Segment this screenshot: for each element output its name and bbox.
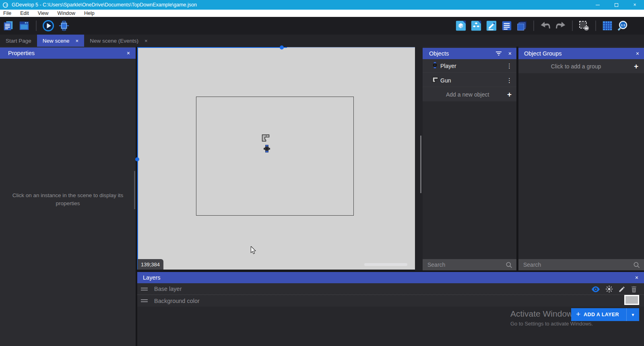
tabbar: Start Page New scene × New scene (Events… xyxy=(0,35,644,47)
drag-handle-icon[interactable] xyxy=(141,288,148,290)
menu-window[interactable]: Window xyxy=(58,10,75,16)
object-groups-panel: Object Groups × Click to add a group + xyxy=(518,47,644,270)
scene-window-icon[interactable] xyxy=(18,20,30,32)
selection-handle-left[interactable] xyxy=(135,157,139,161)
canvas-vertical-scrollbar-track xyxy=(415,47,423,270)
groups-search-input[interactable] xyxy=(518,259,633,270)
layer-name: Base layer xyxy=(154,286,182,292)
toolbar-separator xyxy=(595,21,596,31)
close-icon[interactable]: × xyxy=(508,50,512,57)
instances-list-icon[interactable] xyxy=(501,20,513,32)
objects-panel-icon[interactable] xyxy=(455,20,467,32)
add-group-label: Click to add a group xyxy=(551,63,601,70)
layer-visibility-icon[interactable] xyxy=(591,286,600,292)
layer-effects-icon[interactable] xyxy=(605,285,613,293)
search-icon xyxy=(633,262,640,268)
layer-name: Background color xyxy=(154,298,200,304)
game-window-rectangle xyxy=(196,97,354,216)
zoom-1-1-icon[interactable]: 1:1 xyxy=(617,20,629,32)
filter-icon[interactable] xyxy=(495,51,502,56)
chevron-down-icon: ▼ xyxy=(631,313,635,317)
gun-object-icon xyxy=(432,77,438,84)
object-row-player[interactable]: Player ⋮ xyxy=(423,59,516,73)
zoom-label: 1:1 xyxy=(621,23,625,27)
tab-new-scene[interactable]: New scene × xyxy=(37,35,84,47)
layer-row-background-color[interactable]: Background color xyxy=(137,295,644,307)
add-object-button[interactable]: Add a new object + xyxy=(423,88,516,101)
properties-panel: Properties × Click on an instance in the… xyxy=(0,47,136,346)
menu-view[interactable]: View xyxy=(38,10,49,16)
cursor-coordinates-badge: 139;384 xyxy=(138,259,163,270)
tab-start-page[interactable]: Start Page xyxy=(0,35,37,47)
canvas-horizontal-scrollbar[interactable] xyxy=(364,263,407,266)
canvas-vertical-scrollbar[interactable] xyxy=(420,136,421,193)
window-title: GDevelop 5 - C:\Users\Sparkle\OneDrive\D… xyxy=(12,2,197,8)
close-icon[interactable]: × xyxy=(636,50,639,57)
toolbar-separator xyxy=(533,21,534,31)
tab-label: New scene (Events) xyxy=(90,38,138,44)
object-name: Gun xyxy=(440,77,451,84)
layers-panel-icon[interactable] xyxy=(516,20,528,32)
mouse-cursor xyxy=(250,246,256,256)
selection-handle-top[interactable] xyxy=(280,45,284,49)
layer-row-base[interactable]: Base layer xyxy=(137,283,644,295)
search-icon xyxy=(506,262,512,268)
minimize-icon xyxy=(596,5,600,5)
object-row-gun[interactable]: Gun ⋮ xyxy=(423,74,516,87)
selection-border-top-dim xyxy=(287,47,415,48)
scene-canvas[interactable]: 139;384 xyxy=(137,47,415,270)
properties-scrollbar[interactable] xyxy=(134,171,135,209)
tab-new-scene-events[interactable]: New scene (Events) × xyxy=(84,35,153,47)
objects-panel-title: Objects xyxy=(429,50,449,57)
close-icon[interactable]: × xyxy=(127,50,130,56)
menu-file[interactable]: File xyxy=(3,10,11,16)
add-object-label: Add a new object xyxy=(446,91,489,98)
properties-panel-title: Properties xyxy=(8,50,35,56)
object-name: Player xyxy=(440,63,456,69)
add-group-button[interactable]: Click to add a group + xyxy=(518,59,644,73)
menu-edit[interactable]: Edit xyxy=(20,10,29,16)
objects-panel: Objects × Player ⋮ Gun ⋮ Add a new objec… xyxy=(423,47,516,270)
watermark-line2: Go to Settings to activate Windows. xyxy=(510,321,593,327)
object-groups-panel-icon[interactable] xyxy=(470,20,482,32)
toolbar-separator xyxy=(572,21,573,31)
object-menu-icon[interactable]: ⋮ xyxy=(506,77,512,84)
layers-panel-title: Layers xyxy=(143,274,161,281)
project-manager-icon[interactable] xyxy=(2,20,14,32)
layers-panel: Layers × Base layer xyxy=(137,272,644,346)
plus-icon: + xyxy=(576,310,580,319)
gdevelop-logo-icon xyxy=(2,2,8,8)
player-object-icon xyxy=(432,62,438,70)
maximize-icon xyxy=(615,3,618,7)
background-color-swatch[interactable] xyxy=(624,295,639,305)
redo-icon[interactable] xyxy=(555,20,567,32)
layer-edit-icon[interactable] xyxy=(618,286,625,293)
selection-border-top xyxy=(137,47,287,48)
player-instance[interactable] xyxy=(264,145,270,154)
close-button[interactable]: × xyxy=(625,0,644,10)
layers-panel-body: Activate Windows Go to Settings to activ… xyxy=(137,307,644,346)
add-layer-dropdown[interactable]: ▼ xyxy=(626,308,639,321)
gun-instance[interactable] xyxy=(262,134,270,143)
clear-selection-icon[interactable] xyxy=(578,20,590,32)
drag-handle-icon[interactable] xyxy=(141,299,148,302)
properties-panel-icon[interactable] xyxy=(485,20,497,32)
undo-icon[interactable] xyxy=(539,20,551,32)
layer-delete-icon[interactable] xyxy=(631,286,637,293)
add-layer-label: ADD A LAYER xyxy=(584,312,619,317)
tab-close-icon[interactable]: × xyxy=(76,38,79,44)
menu-help[interactable]: Help xyxy=(84,10,95,16)
add-layer-button[interactable]: + ADD A LAYER ▼ xyxy=(571,308,639,321)
menubar: File Edit View Window Help xyxy=(0,10,644,17)
maximize-button[interactable] xyxy=(607,0,625,10)
objects-search-input[interactable] xyxy=(423,259,506,270)
object-groups-panel-title: Object Groups xyxy=(524,50,562,57)
play-icon[interactable] xyxy=(42,20,54,32)
close-icon[interactable]: × xyxy=(635,274,638,281)
tab-close-icon[interactable]: × xyxy=(144,38,148,44)
minimize-button[interactable] xyxy=(588,0,607,10)
object-menu-icon[interactable]: ⋮ xyxy=(506,62,512,70)
plus-icon: + xyxy=(507,90,512,99)
grid-icon[interactable] xyxy=(601,20,613,32)
debugger-icon[interactable] xyxy=(58,20,70,32)
